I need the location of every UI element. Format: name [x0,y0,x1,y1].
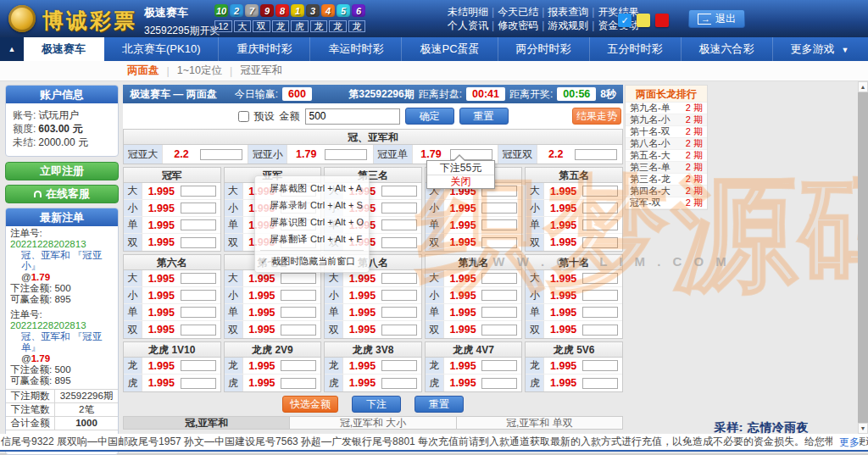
top-menu-link[interactable]: 今天已结 [498,6,538,18]
bet-row-label: 小 [124,200,142,216]
trend-tab[interactable]: 冠,亚军和 单双 [457,417,622,429]
game-tab[interactable]: 幸运时时彩 [310,37,402,61]
subnav-item[interactable]: 1~10定位 [177,64,222,78]
amount-input[interactable] [305,108,400,125]
bet-amount-input[interactable] [381,360,417,371]
bet-amount-input[interactable] [325,149,367,160]
bet-amount-input[interactable] [481,360,517,371]
quick-amount-button[interactable]: 快选金额 [282,396,338,413]
bet-amount-input[interactable] [181,360,216,371]
theme-swatch[interactable]: ✓ [618,14,632,27]
bet-amount-input[interactable] [181,325,216,336]
bet-amount-input[interactable] [381,307,417,318]
top-menu-link[interactable]: 游戏规则 [548,19,588,31]
subnav-item[interactable]: 冠亚军和 [240,64,282,78]
result-trend-button[interactable]: 结果走势 [572,108,621,125]
bet-amount-input[interactable] [582,290,618,301]
bet-amount-input[interactable] [481,307,517,318]
bet-amount-input[interactable] [281,325,316,336]
bet-amount-input[interactable] [281,273,316,284]
bet-amount-input[interactable] [582,307,618,318]
bet-amount-input[interactable] [281,378,316,389]
top-menu-link[interactable]: 报表查询 [548,6,588,18]
bet-amount-input[interactable] [582,378,618,389]
bet-amount-input[interactable] [281,307,316,318]
tooltip-close-link[interactable]: 关闭 [427,175,494,188]
place-bet-button[interactable]: 下注 [352,396,401,413]
bet-amount-input[interactable] [181,273,216,284]
bet-row: 单1.995 [124,217,220,234]
bet-amount-input[interactable] [582,186,618,197]
collapse-button[interactable]: ▲ [0,37,24,61]
bet-amount-input[interactable] [582,203,618,214]
context-menu-item[interactable]: 屏幕录制Ctrl + Alt + S [255,197,369,214]
more-link[interactable]: 更多 [832,436,860,450]
bet-row: 虎1.995 [124,375,220,391]
bet-amount-input[interactable] [582,273,618,284]
scrollbar-down-icon[interactable]: ▼ [858,423,868,434]
trend-tab[interactable]: 冠,亚军和 [124,417,290,429]
bet-amount-input[interactable] [181,290,216,301]
bet-amount-input[interactable] [582,360,618,371]
reset-bets-button[interactable]: 重置 [415,396,464,413]
game-tab[interactable]: 北京赛车(PK10) [104,37,219,61]
context-menu-checked-item[interactable]: ✓截图时隐藏当前窗口 [255,252,369,269]
bet-amount-input[interactable] [481,325,517,336]
bet-amount-input[interactable] [200,149,242,160]
confirm-button[interactable]: 确定 [405,108,454,125]
game-tab[interactable]: 重庆时时彩 [219,37,310,61]
page-scrollbar[interactable]: ▲ ▼ [858,81,868,434]
context-menu-item[interactable]: 屏幕识图Ctrl + Alt + O [255,214,369,230]
bet-amount-input[interactable] [181,307,216,318]
scrollbar-up-icon[interactable]: ▲ [858,81,868,92]
subnav-item[interactable]: 两面盘 [127,64,159,78]
preset-checkbox[interactable] [238,111,249,122]
top-menu: 未结明细|今天已结|报表查询|开奖结果 个人资讯|修改密码|游戏规则|资金变动 [444,5,642,32]
bet-amount-input[interactable] [181,203,216,214]
bet-amount-input[interactable] [381,219,417,230]
bet-amount-input[interactable] [381,203,417,214]
top-menu-link[interactable]: 个人资讯 [448,19,488,31]
bet-amount-input[interactable] [381,290,417,301]
bet-amount-input[interactable] [582,219,618,230]
game-tab[interactable]: 极速六合彩 [682,37,773,61]
bet-amount-input[interactable] [381,325,417,336]
bet-amount-input[interactable] [181,219,216,230]
logout-button[interactable]: → 退出 [688,9,745,28]
bet-amount-input[interactable] [181,237,216,248]
game-tab[interactable]: 极速PC蛋蛋 [402,37,498,61]
bet-amount-input[interactable] [281,290,316,301]
bet-amount-input[interactable] [381,186,417,197]
bet-amount-input[interactable] [481,237,517,248]
game-tab[interactable]: 极速赛车 [24,37,104,61]
bet-amount-input[interactable] [582,325,618,336]
bet-amount-input[interactable] [481,378,517,389]
bet-amount-input[interactable] [481,203,517,214]
bet-amount-input[interactable] [181,186,216,197]
bet-amount-input[interactable] [381,378,417,389]
online-service-button[interactable]: 在线客服 [5,185,119,203]
context-menu-item[interactable]: 屏幕翻译Ctrl + Alt + F [255,230,369,247]
top-menu-link[interactable]: 未结明细 [448,6,488,18]
game-tab[interactable]: 五分时时彩 [590,37,682,61]
bet-amount-input[interactable] [381,237,417,248]
bet-amount-input[interactable] [575,149,617,160]
bet-amount-input[interactable] [281,360,316,371]
tab-more-games[interactable]: 更多游戏▼ [773,37,867,61]
reset-button[interactable]: 重置 [459,108,509,125]
bet-amount-input[interactable] [582,237,618,248]
theme-swatch[interactable] [655,14,669,27]
bet-amount-input[interactable] [481,273,517,284]
theme-swatch[interactable] [637,14,650,27]
trend-tab[interactable]: 冠,亚军和 大小 [290,417,456,429]
bet-amount-input[interactable] [381,273,417,284]
bet-amount-input[interactable] [481,219,517,230]
bet-amount-input[interactable] [481,290,517,301]
top-menu-link[interactable]: 修改密码 [498,19,538,31]
scrollbar-thumb[interactable] [858,92,868,423]
game-tab[interactable]: 两分时时彩 [498,37,590,61]
separator: | [230,65,232,77]
bet-amount-input[interactable] [181,378,216,389]
context-menu-item[interactable]: 屏幕截图Ctrl + Alt + A [255,180,369,197]
register-button[interactable]: 立即注册 [5,162,119,180]
